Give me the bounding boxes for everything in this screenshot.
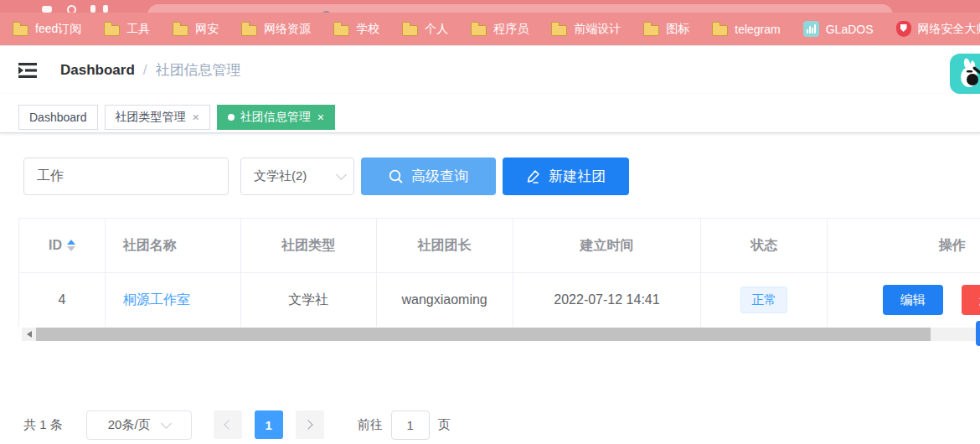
browser-extension-icon: [103, 5, 108, 13]
cell-type: 文学社: [241, 273, 377, 327]
folder-icon: [173, 25, 188, 36]
sidebar-fold-icon[interactable]: [17, 61, 39, 80]
search-toolbar: 文学社(2) 高级查询 新建社团: [23, 157, 980, 195]
breadcrumb: Dashboard / 社团信息管理: [60, 60, 241, 80]
address-bar[interactable]: [147, 4, 893, 13]
goto-page-input[interactable]: [391, 410, 430, 440]
page-size-value: 20条/页: [108, 417, 151, 433]
folder-icon: [712, 25, 728, 36]
sort-caret-icon[interactable]: [67, 240, 75, 251]
edit-pen-icon: [526, 169, 540, 183]
cell-created: 2022-07-12 14:41: [513, 273, 702, 327]
breadcrumb-current: 社团信息管理: [156, 60, 241, 80]
bookmark-netsec[interactable]: 网安: [173, 22, 219, 37]
scrollbar-thumb[interactable]: [36, 328, 931, 341]
bookmark-label: 网安: [195, 22, 219, 37]
arrow-left-icon: [27, 331, 32, 338]
tag-dashboard[interactable]: Dashboard: [18, 105, 98, 130]
column-header-id[interactable]: ID: [19, 219, 106, 272]
bookmark-label: feed订阅: [35, 22, 81, 37]
bookmark-frontend-design[interactable]: 前端设计: [551, 22, 621, 37]
tags-view-bar: Dashboard 社团类型管理 × 社团信息管理 ×: [0, 94, 980, 133]
shield-icon: [896, 21, 911, 37]
prev-page-button[interactable]: [214, 410, 242, 439]
edge-widget[interactable]: [976, 321, 980, 346]
button-label: 高级查询: [411, 167, 468, 186]
next-page-button[interactable]: [296, 410, 324, 439]
waveform-icon: [803, 21, 819, 37]
tag-club-info-management[interactable]: 社团信息管理 ×: [217, 105, 335, 130]
sort-ascending-icon[interactable]: [67, 240, 75, 245]
folder-icon: [402, 25, 418, 36]
select-value: 文学社(2): [254, 168, 338, 184]
bookmark-security-master[interactable]: 网络安全大师: [896, 21, 980, 37]
column-header-leader: 社团团长: [377, 219, 513, 272]
goto-label: 前往: [358, 417, 383, 433]
bookmark-tools[interactable]: 工具: [104, 22, 150, 37]
status-badge: 正常: [740, 287, 787, 313]
browser-extension-icon: [90, 5, 95, 13]
edit-button[interactable]: 编辑: [883, 285, 943, 315]
bookmark-label: 个人: [425, 22, 448, 37]
column-header-status: 状态: [701, 219, 828, 272]
cell-leader: wangxiaoming: [377, 273, 513, 327]
current-page-button[interactable]: 1: [255, 410, 283, 439]
table-row: 4 桐源工作室 文学社 wangxiaoming 2022-07-12 14:4…: [19, 273, 980, 327]
club-type-select[interactable]: 文学社(2): [240, 157, 354, 195]
active-dot-icon: [228, 114, 235, 121]
tag-club-type-management[interactable]: 社团类型管理 ×: [105, 105, 210, 130]
column-header-created: 建立时间: [513, 219, 702, 272]
cell-actions: 编辑 删除: [828, 273, 980, 327]
bookmark-label: 前端设计: [574, 22, 621, 37]
cell-name: 桐源工作室: [106, 273, 241, 327]
bookmark-net-resources[interactable]: 网络资源: [241, 22, 311, 37]
bookmark-label: 程序员: [493, 22, 529, 37]
create-club-button[interactable]: 新建社团: [503, 157, 629, 195]
bookmark-telegram[interactable]: telegram: [712, 23, 780, 36]
chevron-down-icon: [161, 418, 172, 429]
breadcrumb-separator: /: [143, 62, 147, 79]
sort-descending-icon[interactable]: [67, 246, 75, 251]
advanced-search-button[interactable]: 高级查询: [361, 157, 496, 195]
pagination: 共 1 条 20条/页 1 前往 页: [23, 410, 451, 440]
club-name-link[interactable]: 桐源工作室: [123, 292, 190, 309]
bookmarks-bar: feed订阅 工具 网安 网络资源 学校 个人 程序员 前端设计 图标 tele…: [0, 13, 980, 46]
folder-icon: [241, 25, 257, 36]
chevron-right-icon: [304, 420, 313, 429]
close-icon[interactable]: ×: [317, 111, 324, 124]
folder-icon: [551, 25, 567, 36]
bookmark-label: 图标: [666, 22, 689, 37]
bookmark-label: 网络资源: [264, 22, 311, 37]
bookmark-school[interactable]: 学校: [333, 22, 379, 37]
user-avatar[interactable]: [950, 54, 980, 94]
bookmark-programmer[interactable]: 程序员: [471, 22, 529, 37]
page-size-select[interactable]: 20条/页: [86, 410, 192, 440]
horizontal-scrollbar[interactable]: [22, 328, 980, 341]
button-label: 新建社团: [549, 167, 606, 186]
bookmark-label: 学校: [356, 22, 379, 37]
bookmark-label: GLaDOS: [826, 23, 874, 36]
cell-id: 4: [19, 273, 106, 327]
scroll-left-button[interactable]: [22, 328, 36, 341]
page-unit-label: 页: [438, 417, 451, 433]
folder-icon: [333, 25, 349, 36]
total-count-text: 共 1 条: [23, 417, 63, 433]
column-header-actions: 操作: [828, 219, 980, 272]
delete-button[interactable]: 删除: [962, 285, 980, 315]
folder-icon: [104, 25, 120, 36]
browser-chrome-top: [0, 0, 980, 13]
breadcrumb-dashboard[interactable]: Dashboard: [60, 62, 135, 79]
folder-icon: [13, 25, 28, 36]
bookmark-personal[interactable]: 个人: [402, 22, 448, 37]
column-header-name: 社团名称: [106, 219, 241, 272]
close-icon[interactable]: ×: [193, 111, 199, 124]
cell-status: 正常: [701, 273, 828, 327]
tag-label: 社团信息管理: [240, 110, 311, 125]
chevron-left-icon: [224, 420, 234, 429]
browser-back-icon: [42, 6, 52, 13]
club-name-search-input[interactable]: [23, 157, 229, 195]
bookmark-glados[interactable]: GLaDOS: [803, 21, 874, 37]
bookmark-feed[interactable]: feed订阅: [13, 22, 81, 37]
bookmark-icons[interactable]: 图标: [643, 22, 689, 37]
bookmark-label: 工具: [126, 22, 150, 37]
